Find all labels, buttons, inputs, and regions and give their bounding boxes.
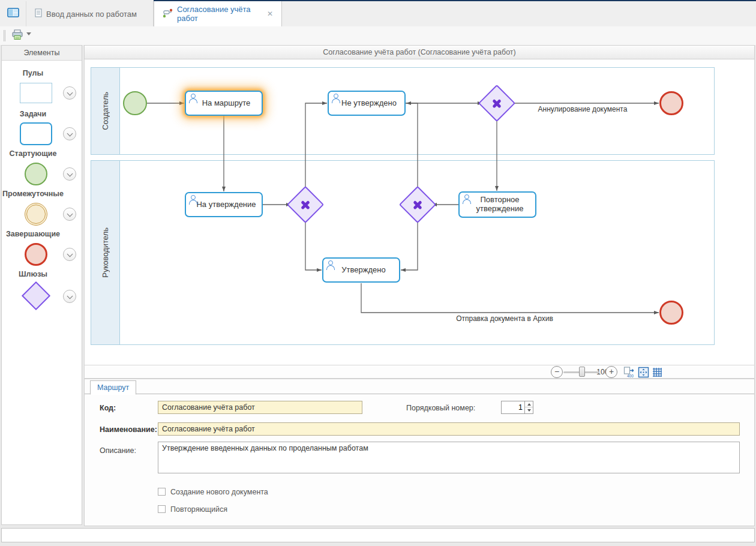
tab-label: Согласование учёта работ [177,5,263,23]
recurring-checkbox[interactable] [158,505,166,513]
status-bar [1,528,755,542]
stepper-down-icon[interactable] [525,407,533,413]
palette-header: Элементы [2,46,82,61]
order-number-label: Порядковый номер: [406,404,475,412]
gateway-shape[interactable] [22,281,50,310]
palette-label: Завершающие [2,230,64,238]
print-dropdown-caret[interactable] [26,32,31,35]
document-icon [35,8,42,19]
user-task-icon [188,195,197,203]
stepper-buttons [524,401,533,413]
code-label: Код: [100,404,116,412]
start-event-shape[interactable] [25,163,47,185]
stepper-up-icon[interactable] [525,401,533,407]
recurring-checkbox-label: Повторяющийся [170,505,227,514]
fit-to-window-button[interactable] [638,367,650,378]
panel-tab-row [85,379,754,394]
intermediate-event-shape[interactable] [25,203,47,226]
start-event-node[interactable] [123,91,147,115]
toolbar [0,26,756,45]
task-label: Не утверждено [341,99,397,108]
zoom-out-button[interactable]: − [551,366,563,378]
task-label: На утверждение [196,200,256,209]
tab-route-approval[interactable]: Согласование учёта работ ✕ [154,1,282,26]
chevron-down-icon[interactable] [63,86,76,100]
zoom-actual-size-button[interactable]: 400 [623,367,635,378]
zoom-in-button[interactable]: + [605,366,617,378]
task-node-not-approved[interactable]: Не утверждено [328,91,406,116]
task-node-for-approval[interactable]: На утверждение [185,192,263,217]
properties-panel: Маршрут Код: Порядковый номер: Наименова… [84,379,755,526]
diagram-canvas[interactable]: Создатель Руководитель [84,59,755,365]
end-event-node-archive[interactable] [659,301,683,325]
chevron-down-icon[interactable] [63,127,76,140]
palette-label: Задачи [2,110,64,118]
grid-toggle-button[interactable] [652,367,664,378]
palette-label: Промежуточные [2,190,64,198]
user-task-icon [331,94,340,102]
end-event-shape[interactable] [25,243,47,266]
flow-label-annul: Аннулирование документа [517,105,649,113]
task-label: На маршруте [202,99,251,108]
chevron-down-icon[interactable] [63,290,76,303]
tab-route[interactable]: Маршрут [90,380,136,395]
tab-label: Ввод данных по работам [46,10,137,19]
chevron-down-icon[interactable] [63,167,76,181]
task-label: Повторное утверждение [468,196,532,214]
name-input[interactable] [158,422,740,436]
chevron-down-icon[interactable] [63,208,76,221]
description-label: Описание: [100,446,136,455]
print-button[interactable] [10,28,25,43]
task-label: Утверждено [341,266,385,275]
user-task-icon [188,94,197,102]
tab-data-entry[interactable]: Ввод данных по работам [26,1,154,26]
pool-shape[interactable] [20,83,52,103]
task-shape[interactable] [20,122,52,145]
order-number-stepper[interactable] [501,401,533,414]
zoom-slider-thumb[interactable] [579,367,585,377]
new-document-checkbox[interactable] [158,488,166,496]
user-task-icon [326,260,335,269]
palette-label: Шлюзы [2,270,64,278]
chevron-down-icon[interactable] [63,248,76,261]
name-label: Наименование: [100,425,157,434]
zoom-bar: 100% − + 400 [84,365,755,379]
desktop-button[interactable] [0,1,26,26]
order-number-input[interactable] [502,401,524,413]
palette-label: Пулы [2,69,64,77]
toolbar-grip [4,30,6,41]
close-icon[interactable]: ✕ [267,10,273,18]
elements-palette: Элементы Пулы Задачи Стартующие Промежут… [1,45,82,525]
workflow-icon [163,8,173,20]
desktop-icon [7,8,19,20]
task-node-approved[interactable]: Утверждено [322,257,400,283]
palette-label: Стартующие [2,149,64,158]
end-event-node-annul[interactable] [659,91,683,115]
flow-label-archive: Отправка документа в Архив [439,314,571,323]
printer-icon [11,29,23,43]
user-task-icon [462,194,471,203]
diagram-title: Согласование учёта работ (Согласование у… [84,45,755,59]
task-node-repeat-approval[interactable]: Повторное утверждение [458,191,536,218]
task-node-on-route[interactable]: На маршруте [185,91,263,116]
new-document-checkbox-label: Создание нового документа [170,488,268,496]
code-input[interactable] [158,401,362,414]
svg-text:400: 400 [627,374,634,378]
description-textarea[interactable]: Утверждение введенных данных по проделан… [158,442,740,473]
